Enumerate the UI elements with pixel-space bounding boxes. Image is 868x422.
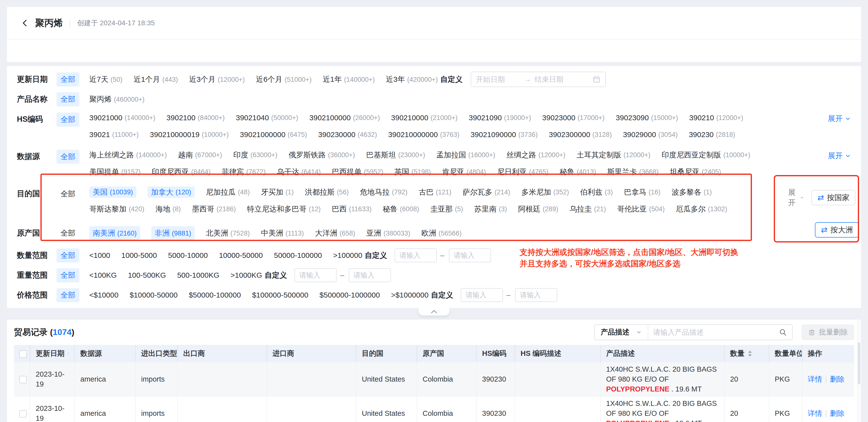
filter-option[interactable]: 墨西哥(2186) [192,203,236,215]
filter-option[interactable]: 越南(67000+) [178,149,222,161]
filter-option[interactable]: 危地马拉(792) [360,187,407,198]
filter-option[interactable]: 圭亚那(5) [430,203,463,215]
filter-option[interactable]: 俄罗斯铁路(36000+) [289,149,355,161]
scrollbar-thumb[interactable] [858,343,860,385]
filter-option[interactable]: 印度(63000+) [234,149,278,161]
search-input[interactable] [648,328,779,336]
filter-option[interactable]: 近3个月(12000+) [189,74,245,85]
back-icon[interactable] [21,18,31,28]
filter-option[interactable]: 近6个月(51000+) [256,74,312,85]
filter-option[interactable]: 斯里兰卡(3668) [607,166,658,177]
collapse-panel-handle[interactable] [418,308,450,315]
filter-option[interactable]: 巴西提单(5952) [332,166,383,177]
expand-link[interactable]: 展开 [788,188,804,208]
row-checkbox[interactable] [19,410,27,418]
filter-option-all[interactable]: 全部 [57,92,80,106]
filter-option[interactable]: 39021090000(3736) [470,129,538,140]
custom-range-label[interactable]: 自定义 [265,270,287,281]
by-country-button[interactable]: ⇄按国家 [811,190,855,205]
filter-option[interactable]: 390230(2818) [689,129,735,140]
filter-option[interactable]: 加拿大(120) [148,187,195,198]
filter-option[interactable]: $500000-1000000 [319,291,380,299]
filter-option[interactable]: 特立尼达和多巴哥(12) [247,203,321,215]
filter-option[interactable]: 亚洲(380033) [366,228,410,238]
custom-range-label[interactable]: 自定义 [365,251,387,261]
range-min-input[interactable] [395,249,437,262]
expand-link[interactable]: 展开 [828,151,851,161]
filter-option[interactable]: 美国提单(9157) [89,166,141,177]
filter-option[interactable]: 近7天(50) [89,74,123,85]
filter-option[interactable]: 南美洲(2160) [89,226,140,240]
filter-option[interactable]: 近1个月(443) [134,74,178,85]
custom-range-label[interactable]: 自定义 [440,74,463,85]
date-range-picker[interactable]: → [471,72,606,87]
filter-option[interactable]: 39029000(3054) [623,129,678,140]
filter-option[interactable]: 阿根廷(289) [518,203,558,215]
filter-option-all[interactable]: 全部 [57,249,80,263]
bulk-delete-button[interactable]: 批量删除 [802,324,854,340]
filter-option[interactable]: 坦桑尼亚(2405) [670,166,721,177]
filter-option[interactable]: 39021(11000+) [89,129,138,140]
filter-option[interactable]: 北美洲(7528) [206,228,250,238]
filter-option-all[interactable]: 全部 [57,288,80,302]
filter-option[interactable]: <1000 [89,251,110,260]
range-max-input[interactable] [449,249,491,262]
filter-option[interactable]: 海地(8) [155,203,181,215]
filter-option[interactable]: 厄瓜多尔(1302) [676,203,727,215]
detail-link[interactable]: 详情 [808,409,822,417]
filter-option[interactable]: 390230000(4632) [318,129,377,140]
filter-option[interactable]: 秘鲁(4013) [559,166,596,177]
filter-option[interactable]: 印度尼西亚定制版(10000+) [662,149,750,161]
by-continent-button[interactable]: ⇄按大洲 [815,222,859,237]
filter-option[interactable]: 牙买加(1) [261,187,293,198]
select-all-checkbox[interactable] [19,350,27,358]
filter-option[interactable]: 10000-50000 [219,251,263,260]
range-min-input[interactable] [294,268,337,282]
range-max-input[interactable] [515,288,557,302]
filter-option[interactable]: 50000-100000 [274,251,322,260]
range-max-input[interactable] [349,268,391,282]
filter-option[interactable]: 伯利兹(3) [580,187,613,198]
filter-option-all[interactable]: 全部 [57,112,80,127]
filter-option[interactable]: 海上丝绸之路(140000+) [89,149,167,161]
filter-option[interactable]: >100000 [333,251,362,260]
start-date-input[interactable] [476,75,521,84]
filter-option[interactable]: 欧洲(56566) [421,228,462,238]
filter-option[interactable]: 1000-5000 [121,251,157,260]
filter-option[interactable]: 哥伦比亚(504) [617,203,664,215]
range-min-input[interactable] [461,288,503,302]
filter-option[interactable]: 聚丙烯(460000+) [89,94,145,104]
delete-link[interactable]: 删除 [830,375,844,383]
sort-icon[interactable] [68,350,69,357]
filter-option[interactable]: 萨尔瓦多(214) [463,187,510,198]
filter-option[interactable]: 39023000(17000+) [542,112,604,124]
custom-range-label[interactable]: 自定义 [431,290,453,300]
filter-option[interactable]: 100-500KG [128,271,166,280]
filter-option[interactable]: 大洋洲(658) [315,228,355,238]
filter-option[interactable]: 乌干达(6414) [277,166,321,177]
filter-option[interactable]: >1000KG [230,271,262,280]
filter-option-all[interactable]: 全部 [57,268,80,283]
filter-option[interactable]: 390210000000(3763) [388,129,459,140]
filter-option[interactable]: 土耳其定制版(12000+) [577,149,651,161]
filter-option[interactable]: 近3年(420000+) [386,74,438,85]
filter-option-all[interactable]: 全部 [57,150,80,164]
filter-option[interactable]: 39021090(19000+) [469,112,531,124]
row-checkbox[interactable] [19,376,27,383]
filter-option[interactable]: 秘鲁(6008) [383,203,419,215]
end-date-input[interactable] [535,75,579,84]
detail-link[interactable]: 详情 [808,375,822,383]
filter-option[interactable]: 5000-10000 [168,251,208,260]
filter-option[interactable]: 洪都拉斯(56) [305,187,349,198]
filter-option[interactable]: 巴基斯坦(23000+) [366,149,425,161]
filter-option[interactable]: 39021040(50000+) [236,112,298,124]
filter-option[interactable]: 3902300000(3128) [549,129,612,140]
filter-option[interactable]: 波多黎各(1) [672,187,712,198]
filter-option[interactable]: 尼加拉瓜(48) [206,187,250,198]
filter-option[interactable]: 丝绸之路(12000+) [506,149,565,161]
search-icon[interactable] [779,328,787,336]
filter-option[interactable]: <$10000 [89,291,119,299]
filter-option-all[interactable]: 全部 [57,72,80,87]
filter-option[interactable]: 印度尼西亚(8464) [152,166,211,177]
filter-option[interactable]: 肯尼亚(4804) [442,166,486,177]
